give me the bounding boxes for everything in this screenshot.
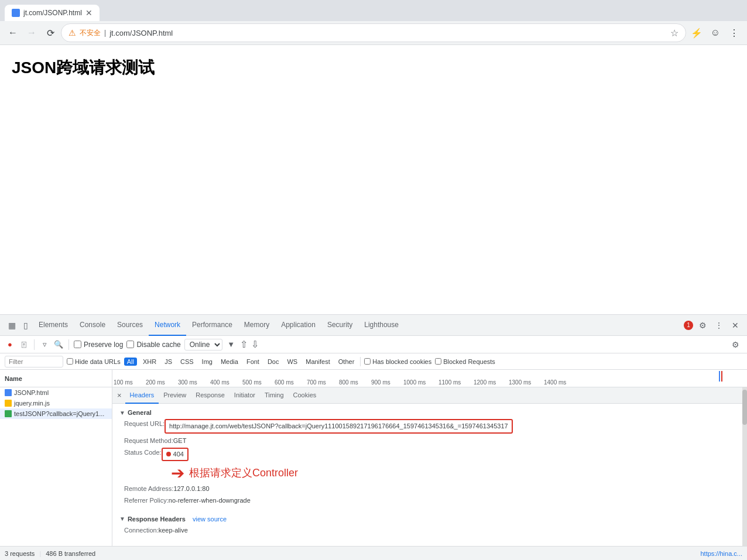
record-button[interactable]: ●: [5, 339, 15, 350]
clear-button[interactable]: ⍐: [19, 339, 29, 350]
tab-sources[interactable]: Sources: [111, 315, 149, 336]
settings-icon[interactable]: ⚙: [695, 318, 710, 332]
tab-application[interactable]: Application: [275, 315, 321, 336]
network-toolbar: ● ⍐ ▿ 🔍 Preserve log Disable cache Onlin…: [0, 336, 747, 353]
url-separator: |: [104, 29, 106, 37]
filter-bar: Hide data URLs All XHR JS CSS Img Media …: [0, 353, 747, 355]
browser-tab[interactable]: jt.com/JSONP.html ✕: [5, 5, 100, 21]
forward-button[interactable]: →: [23, 25, 40, 41]
address-bar[interactable]: ⚠ 不安全 | jt.com/JSONP.html ☆: [61, 23, 686, 42]
more-icon[interactable]: ⋮: [712, 318, 726, 332]
throttle-arrow-icon[interactable]: ▼: [226, 339, 237, 350]
search-icon[interactable]: 🔍: [53, 339, 64, 350]
preserve-log-checkbox[interactable]: Preserve log: [74, 341, 123, 349]
extensions-button[interactable]: ⚡: [688, 25, 705, 41]
tab-close-icon[interactable]: ✕: [85, 8, 92, 18]
avatar-button[interactable]: ☺: [707, 25, 724, 41]
import-har-icon[interactable]: ⇧: [240, 339, 248, 350]
security-label: 不安全: [80, 28, 101, 38]
tab-favicon: [12, 9, 20, 17]
toolbar-separator-1: [34, 339, 35, 350]
bookmark-icon[interactable]: ☆: [670, 28, 679, 39]
toolbar-separator-2: [68, 339, 69, 350]
page-content: JSON跨域请求测试: [0, 45, 747, 355]
nav-right-icons: ⚡ ☺ ⋮: [688, 25, 742, 41]
insecure-icon: ⚠: [68, 28, 76, 37]
tab-title: jt.com/JSONP.html: [23, 9, 82, 17]
page-title: JSON跨域请求测试: [12, 57, 735, 79]
back-button[interactable]: ←: [5, 25, 21, 41]
tab-lighthouse[interactable]: Lighthouse: [358, 315, 405, 336]
menu-button[interactable]: ⋮: [726, 25, 742, 41]
tab-console[interactable]: Console: [74, 315, 111, 336]
close-devtools-icon[interactable]: ✕: [728, 318, 742, 332]
devtools-device-icon[interactable]: ▯: [19, 318, 33, 332]
devtools-panel: ▦ ▯ Elements Console Sources Network Per…: [0, 314, 747, 355]
tab-elements[interactable]: Elements: [33, 315, 74, 336]
error-badge: 1: [684, 321, 693, 330]
tab-memory[interactable]: Memory: [238, 315, 275, 336]
devtools-tab-bar: ▦ ▯ Elements Console Sources Network Per…: [0, 315, 747, 336]
tab-security[interactable]: Security: [321, 315, 358, 336]
export-har-icon[interactable]: ⇩: [251, 339, 259, 350]
disable-cache-checkbox[interactable]: Disable cache: [126, 341, 180, 349]
filter-icon[interactable]: ▿: [39, 339, 50, 350]
url-display: jt.com/JSONP.html: [109, 29, 667, 37]
settings-icon-right[interactable]: ⚙: [728, 338, 742, 352]
devtools-inspect-icon[interactable]: ▦: [5, 318, 19, 332]
reload-button[interactable]: ⟳: [42, 25, 59, 41]
throttling-select[interactable]: Online: [184, 339, 222, 351]
tab-network[interactable]: Network: [149, 315, 186, 336]
tab-performance[interactable]: Performance: [186, 315, 238, 336]
devtools-right-controls: 1 ⚙ ⋮ ✕: [684, 318, 742, 332]
